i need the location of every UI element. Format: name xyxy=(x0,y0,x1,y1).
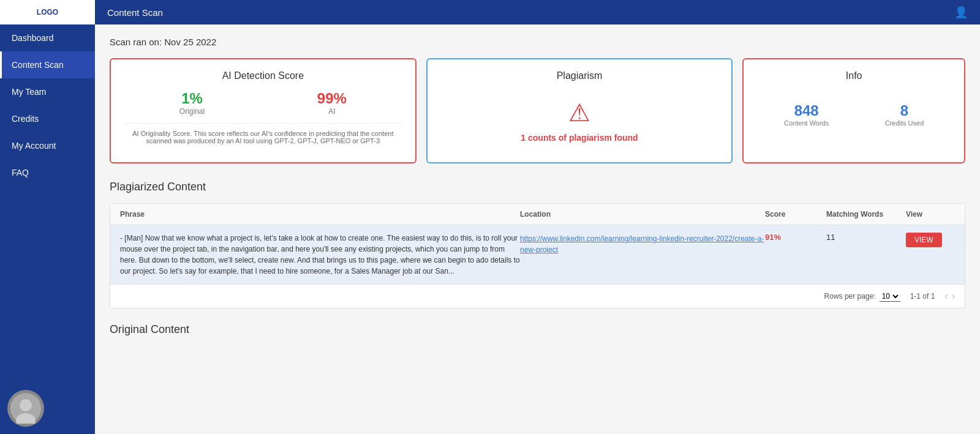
info-body: 848 Content Words 8 Credits Used xyxy=(756,90,952,139)
col-view: View xyxy=(906,210,955,219)
rows-per-page: Rows per page: 10 25 50 xyxy=(824,291,900,302)
table-header: Phrase Location Score Matching Words Vie… xyxy=(110,204,965,225)
col-matching: Matching Words xyxy=(826,210,906,219)
info-card-title: Info xyxy=(756,70,952,81)
plagiarized-content-title: Plagiarized Content xyxy=(110,181,965,193)
topbar: Content Scan 👤 xyxy=(95,0,980,24)
sidebar-item-credits[interactable]: Credits xyxy=(0,105,95,132)
page-title: Content Scan xyxy=(107,7,163,18)
original-score-label: Original xyxy=(179,107,205,116)
cards-row: AI Detection Score 1% Original 99% AI AI… xyxy=(110,58,965,163)
table-row: - [Man] Now that we know what a project … xyxy=(110,225,965,284)
info-card: Info 848 Content Words 8 Credits Used xyxy=(742,58,965,163)
col-location: Location xyxy=(520,210,765,219)
content-words-label: Content Words xyxy=(784,119,829,127)
view-cell: VIEW xyxy=(906,233,955,247)
content-area: Scan ran on: Nov 25 2022 AI Detection Sc… xyxy=(95,24,980,434)
plagiarism-card-title: Plagiarism xyxy=(440,70,720,81)
svg-point-1 xyxy=(20,399,32,411)
ai-card-title: AI Detection Score xyxy=(123,70,403,81)
scan-date: Scan ran on: Nov 25 2022 xyxy=(110,37,965,47)
ai-scores: 1% Original 99% AI xyxy=(123,90,403,116)
sidebar-item-my-team[interactable]: My Team xyxy=(0,78,95,105)
credits-used-value: 8 xyxy=(885,102,924,119)
logo-text: LOGO xyxy=(37,8,58,17)
sidebar-item-dashboard[interactable]: Dashboard xyxy=(0,24,95,51)
phrase-cell: - [Man] Now that we know what a project … xyxy=(120,233,520,277)
sidebar-item-my-account[interactable]: My Account xyxy=(0,132,95,159)
ai-score-value: 99% xyxy=(317,90,347,107)
warning-icon: ⚠ xyxy=(568,99,590,127)
ai-score-item: 99% AI xyxy=(317,90,347,116)
plagiarism-card: Plagiarism ⚠ 1 counts of plagiarism foun… xyxy=(426,58,733,163)
content-words-item: 848 Content Words xyxy=(784,102,829,127)
prev-page-button[interactable]: ‹ xyxy=(944,291,948,302)
score-cell: 91% xyxy=(765,233,826,242)
location-link[interactable]: https://www.linkedin.com/learning/learni… xyxy=(520,234,764,254)
avatar xyxy=(7,390,44,427)
matching-cell: 11 xyxy=(826,233,906,242)
sidebar: LOGO Dashboard Content Scan My Team Cred… xyxy=(0,0,95,434)
location-cell: https://www.linkedin.com/learning/learni… xyxy=(520,233,765,255)
ai-score-label: AI xyxy=(317,107,347,116)
plagiarism-body: ⚠ 1 counts of plagiarism found xyxy=(440,90,720,151)
sidebar-logo: LOGO xyxy=(0,0,95,24)
view-button[interactable]: VIEW xyxy=(906,233,942,247)
next-page-button[interactable]: › xyxy=(952,291,955,302)
sidebar-item-content-scan[interactable]: Content Scan xyxy=(0,51,95,78)
plagiarized-table: Phrase Location Score Matching Words Vie… xyxy=(110,203,965,309)
ai-detection-card: AI Detection Score 1% Original 99% AI AI… xyxy=(110,58,417,163)
main-content: Content Scan 👤 Scan ran on: Nov 25 2022 … xyxy=(95,0,980,434)
col-score: Score xyxy=(765,210,826,219)
sidebar-item-faq[interactable]: FAQ xyxy=(0,159,95,186)
credits-used-item: 8 Credits Used xyxy=(885,102,924,127)
pagination-nav: ‹ › xyxy=(944,291,955,302)
rows-per-page-label: Rows per page: xyxy=(824,292,876,301)
col-phrase: Phrase xyxy=(120,210,520,219)
sidebar-avatar-area xyxy=(0,383,95,434)
original-score-value: 1% xyxy=(179,90,205,107)
rows-per-page-select[interactable]: 10 25 50 xyxy=(880,291,900,302)
ai-description: AI Originality Score. This score reflect… xyxy=(123,123,403,144)
content-words-value: 848 xyxy=(784,102,829,119)
original-content-title: Original Content xyxy=(110,323,965,336)
original-score-item: 1% Original xyxy=(179,90,205,116)
pagination-info: 1-1 of 1 xyxy=(910,292,935,301)
user-icon[interactable]: 👤 xyxy=(954,6,968,19)
pagination-row: Rows per page: 10 25 50 1-1 of 1 ‹ › xyxy=(110,284,965,308)
credits-used-label: Credits Used xyxy=(885,119,924,127)
plagiarism-count: 1 counts of plagiarism found xyxy=(521,133,638,143)
